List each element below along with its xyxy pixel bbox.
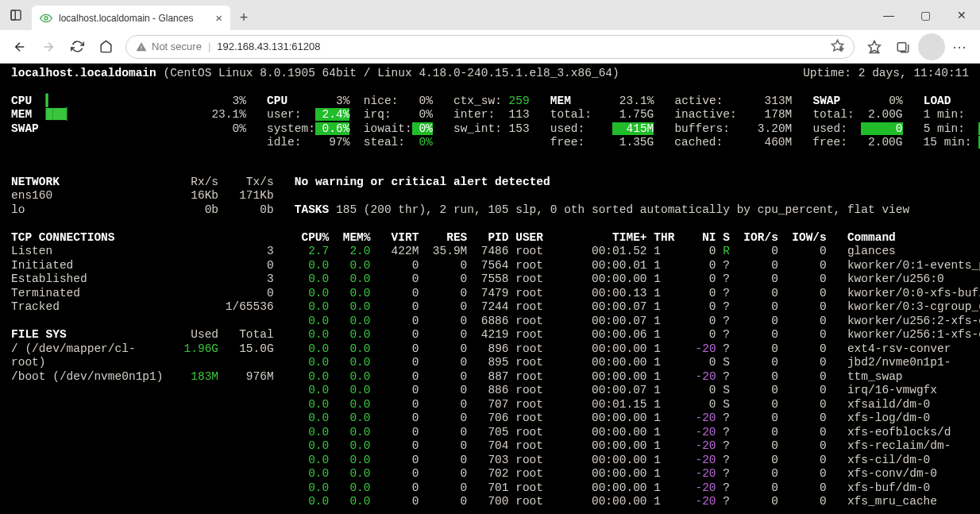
uptime: Uptime: 2 days, 11:40:11 [803,67,969,81]
svg-point-2 [44,17,48,20]
browser-toolbar: Not secure | 192.168.43.131:61208 + ⋯ [0,30,980,64]
svg-rect-7 [897,42,906,51]
hostname: localhost.localdomain [11,67,156,81]
browser-tab[interactable]: localhost.localdomain - Glances × [32,6,230,30]
glances-page: localhost.localdomain (CentOS Linux 8.0.… [0,64,980,514]
window-maximize-button[interactable]: ▢ [907,0,943,30]
favorite-button[interactable]: + [831,39,844,55]
new-tab-button[interactable]: + [230,6,257,30]
url-text: 192.168.43.131:61208 [217,41,320,52]
favorites-list-button[interactable] [861,33,888,60]
back-button[interactable] [6,33,33,60]
tab-title: localhost.localdomain - Glances [59,13,193,24]
address-bar[interactable]: Not secure | 192.168.43.131:61208 + [125,35,855,59]
profile-button[interactable] [918,33,945,60]
svg-marker-5 [869,41,881,52]
menu-button[interactable]: ⋯ [947,33,974,60]
tab-menu-button[interactable] [0,0,32,30]
refresh-button[interactable] [64,33,91,60]
window-close-button[interactable]: ✕ [943,0,980,30]
window-minimize-button[interactable]: — [870,0,907,30]
eye-icon [40,12,52,25]
window-titlebar: localhost.localdomain - Glances × + — ▢ … [0,0,980,30]
forward-button[interactable] [35,33,62,60]
not-secure-badge[interactable]: Not secure [136,41,202,52]
svg-text:+: + [839,44,843,52]
collections-button[interactable] [889,33,916,60]
tab-close-button[interactable]: × [215,12,222,24]
home-button[interactable] [92,33,119,60]
svg-rect-1 [11,10,15,20]
